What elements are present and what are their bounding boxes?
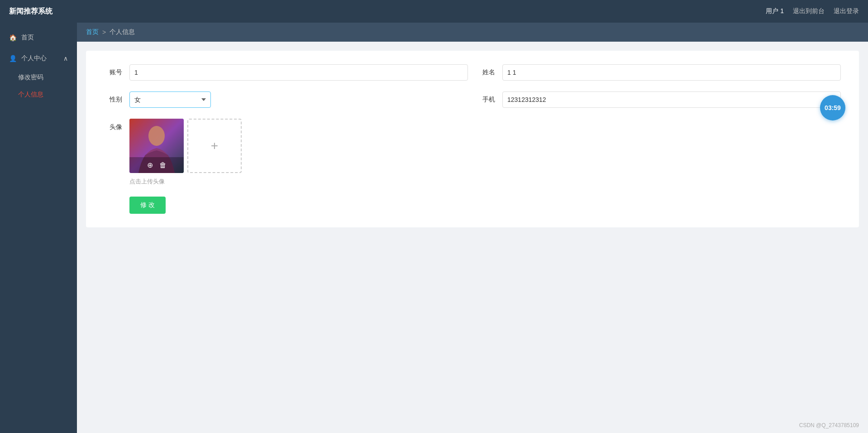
breadcrumb-separator: > <box>102 29 106 36</box>
gender-label: 性别 <box>104 96 122 104</box>
navbar-right: 用户 1 退出到前台 退出登录 <box>766 7 859 15</box>
exit-frontend-link[interactable]: 退出到前台 <box>793 7 825 15</box>
sidebar-personal-center-label: 个人中心 <box>21 54 47 63</box>
personal-info-label: 个人信息 <box>18 91 43 98</box>
avatar-label: 头像 <box>104 119 122 131</box>
sidebar-item-home[interactable]: 🏠 首页 <box>0 27 77 48</box>
form-col-gender: 性别 女 男 <box>104 91 468 108</box>
breadcrumb: 首页 > 个人信息 <box>77 23 868 42</box>
account-label: 账号 <box>104 68 122 77</box>
form-col-phone: 手机 <box>477 91 841 108</box>
timer-badge: 03:59 <box>820 95 845 120</box>
user-icon: 👤 <box>9 55 17 62</box>
form-card: 账号 姓名 性别 女 男 手机 <box>86 51 859 227</box>
user-label: 用户 1 <box>766 7 784 15</box>
avatar-container: ⊕ 🗑 + <box>129 119 242 173</box>
svg-point-1 <box>148 126 165 146</box>
avatar-actions: ⊕ 🗑 <box>129 157 184 173</box>
upload-hint: 点击上传头像 <box>129 178 841 186</box>
form-row-account-name: 账号 姓名 <box>104 64 841 81</box>
phone-input[interactable] <box>502 91 841 108</box>
plus-icon: + <box>211 139 218 153</box>
name-label: 姓名 <box>477 68 495 77</box>
layout: 🏠 首页 👤 个人中心 ∧ 修改密码 个人信息 首页 > 个人信息 <box>0 23 868 433</box>
avatar-section: 头像 <box>104 119 841 173</box>
change-password-label: 修改密码 <box>18 73 43 81</box>
form-row-gender-phone: 性别 女 男 手机 <box>104 91 841 108</box>
sidebar-group-personal: 👤 个人中心 ∧ 修改密码 个人信息 <box>0 48 77 103</box>
navbar: 新闻推荐系统 用户 1 退出到前台 退出登录 <box>0 0 868 23</box>
phone-label: 手机 <box>477 96 495 104</box>
submit-button[interactable]: 修 改 <box>129 197 166 214</box>
sidebar-home-label: 首页 <box>21 34 34 42</box>
avatar-zoom-btn[interactable]: ⊕ <box>146 160 154 170</box>
main-content: 首页 > 个人信息 账号 姓名 性别 <box>77 23 868 433</box>
avatar-upload-placeholder[interactable]: + <box>187 119 242 173</box>
footer-watermark: CSDN @Q_2743785109 <box>799 422 859 428</box>
logout-link[interactable]: 退出登录 <box>834 7 859 15</box>
chevron-up-icon: ∧ <box>63 55 68 62</box>
account-input[interactable] <box>129 64 468 81</box>
form-col-name: 姓名 <box>477 64 841 81</box>
gender-select[interactable]: 女 男 <box>129 91 211 108</box>
sidebar-item-personal-info[interactable]: 个人信息 <box>0 86 77 103</box>
sidebar: 🏠 首页 👤 个人中心 ∧ 修改密码 个人信息 <box>0 23 77 433</box>
avatar-image-wrapper: ⊕ 🗑 <box>129 119 184 173</box>
sidebar-group-header-personal[interactable]: 👤 个人中心 ∧ <box>0 48 77 69</box>
navbar-brand: 新闻推荐系统 <box>9 7 766 16</box>
sidebar-item-change-password[interactable]: 修改密码 <box>0 69 77 86</box>
timer-value: 03:59 <box>825 104 841 111</box>
breadcrumb-current: 个人信息 <box>110 28 135 36</box>
breadcrumb-home[interactable]: 首页 <box>86 28 99 36</box>
form-col-account: 账号 <box>104 64 468 81</box>
avatar-delete-btn[interactable]: 🗑 <box>158 160 167 170</box>
name-input[interactable] <box>502 64 841 81</box>
home-icon: 🏠 <box>9 34 17 41</box>
